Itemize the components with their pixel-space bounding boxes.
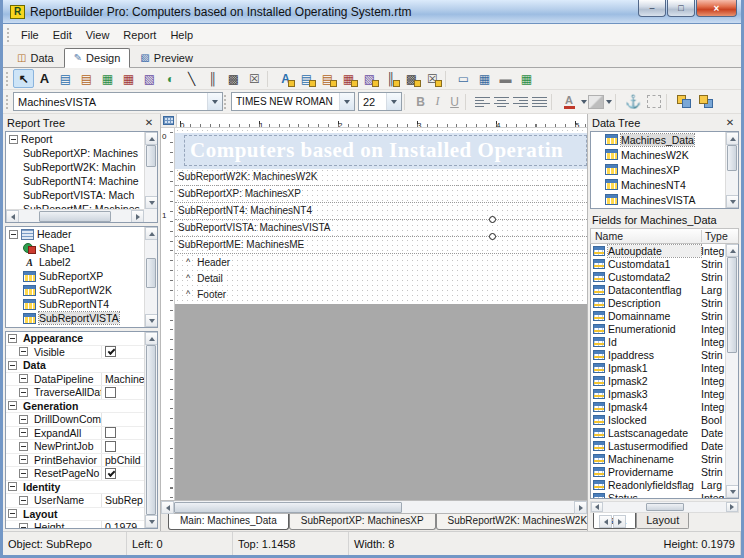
- font-size-combo[interactable]: 22: [358, 92, 402, 111]
- next-tab-button[interactable]: [613, 515, 626, 528]
- dbtext-tool-button[interactable]: A: [275, 69, 296, 88]
- bold-button[interactable]: B: [412, 93, 429, 111]
- scrollbar-thumb[interactable]: [146, 258, 156, 288]
- property-row[interactable]: Generation: [6, 400, 157, 414]
- band-divider[interactable]: ^ Footer: [175, 286, 587, 302]
- type-column-header[interactable]: Type: [701, 230, 738, 242]
- scroll-up-button[interactable]: [145, 227, 158, 240]
- report-tree-vertical-scrollbar[interactable]: [144, 132, 157, 209]
- collapse-icon[interactable]: [19, 347, 28, 356]
- bring-to-front-button[interactable]: [674, 93, 696, 111]
- canvas-horizontal-scrollbar[interactable]: [161, 500, 587, 513]
- scroll-right-button[interactable]: [726, 502, 738, 512]
- selection-handle[interactable]: [489, 233, 496, 240]
- report-object-node[interactable]: Header: [6, 227, 157, 241]
- name-column-header[interactable]: Name: [591, 230, 701, 242]
- collapse-icon[interactable]: [19, 496, 28, 505]
- align-left-button[interactable]: [473, 93, 492, 111]
- pipeline-node[interactable]: MachinesXP: [591, 162, 738, 177]
- subreport-band[interactable]: SubReportME: MachinesME: [175, 237, 587, 254]
- report-object-node[interactable]: A Label2: [6, 255, 157, 269]
- field-row[interactable]: Providername Strin: [591, 465, 725, 478]
- pipeline-node[interactable]: MachinesNT4: [591, 177, 738, 192]
- subreport-tool-button[interactable]: ▦: [474, 69, 495, 88]
- pipeline-node[interactable]: MachinesVISTA: [591, 192, 738, 207]
- underline-button[interactable]: U: [446, 93, 463, 111]
- field-row[interactable]: Ipaddress Strin: [591, 348, 725, 361]
- collapse-icon[interactable]: [19, 455, 28, 464]
- shape-tool-button[interactable]: ◐: [160, 69, 181, 88]
- menu-item[interactable]: Edit: [46, 26, 79, 44]
- report-tree-node[interactable]: Report: [6, 132, 157, 146]
- scrollbar-thumb[interactable]: [39, 211, 111, 222]
- scroll-down-button[interactable]: [145, 196, 158, 209]
- scroll-up-button[interactable]: [726, 244, 739, 257]
- align-right-button[interactable]: [511, 93, 530, 111]
- property-row[interactable]: Appearance: [6, 332, 157, 346]
- dropdown-arrow-icon[interactable]: [386, 93, 401, 110]
- datapipeline-combo[interactable]: MachinesVISTA: [13, 92, 223, 111]
- label-tool-button[interactable]: A: [34, 69, 55, 88]
- barcode2d-tool-button[interactable]: ▩: [223, 69, 244, 88]
- minimize-button[interactable]: ‒: [638, 0, 666, 17]
- select-tool-button[interactable]: ↖: [13, 69, 34, 88]
- collapse-icon[interactable]: [19, 415, 28, 424]
- property-row[interactable]: DrillDownCompone: [6, 413, 157, 427]
- field-row[interactable]: Status Integ: [591, 491, 725, 499]
- previous-tab-button[interactable]: [599, 515, 612, 528]
- collapse-icon[interactable]: [8, 482, 17, 491]
- selection-handle[interactable]: [489, 216, 496, 223]
- align-center-button[interactable]: [492, 93, 511, 111]
- property-vertical-scrollbar[interactable]: [144, 332, 157, 528]
- field-row[interactable]: Ipmask4 Integ: [591, 400, 725, 413]
- collapse-icon[interactable]: [9, 230, 18, 239]
- property-row[interactable]: TraverseAllData: [6, 386, 157, 400]
- field-row[interactable]: Ipmask3 Integ: [591, 387, 725, 400]
- maximize-button[interactable]: □: [667, 0, 695, 17]
- collapse-icon[interactable]: [8, 401, 17, 410]
- tab-data[interactable]: ◫ Data: [7, 48, 64, 68]
- scrollbar-thumb[interactable]: [727, 257, 737, 353]
- borders-button[interactable]: [643, 92, 664, 111]
- collapse-icon[interactable]: [9, 135, 18, 144]
- report-workspace[interactable]: Computers based on Installed Operatin Su…: [175, 128, 587, 304]
- property-row[interactable]: Height 0.1979: [6, 521, 157, 529]
- region-tool-button[interactable]: ▭: [453, 69, 474, 88]
- collapse-icon[interactable]: [19, 523, 28, 530]
- font-color-button[interactable]: A: [559, 93, 579, 111]
- tab-preview[interactable]: ▧ Preview: [130, 48, 203, 68]
- pipeline-node[interactable]: MachinesW2K: [591, 147, 738, 162]
- font-name-combo[interactable]: TIMES NEW ROMAN: [231, 92, 355, 111]
- dbrichtext-tool-button[interactable]: ▤: [317, 69, 338, 88]
- report-object-node[interactable]: SubReportNT4: [6, 297, 157, 311]
- collapse-icon[interactable]: [19, 374, 28, 383]
- fields-horizontal-scrollbar[interactable]: [590, 501, 739, 513]
- scrollbar-thumb[interactable]: [646, 503, 684, 511]
- font-color-dropdown[interactable]: [579, 93, 588, 111]
- field-row[interactable]: Ipmask1 Integ: [591, 361, 725, 374]
- scroll-up-button[interactable]: [726, 132, 739, 145]
- report-tree-horizontal-scrollbar[interactable]: [6, 209, 144, 222]
- data-tree-close-icon[interactable]: ✕: [724, 117, 736, 128]
- field-row[interactable]: Description Strin: [591, 296, 725, 309]
- close-button[interactable]: ×: [696, 0, 737, 17]
- pipeline-node[interactable]: Machines_Data: [591, 132, 738, 147]
- tab-design[interactable]: ✎ Design: [64, 48, 131, 68]
- menu-item[interactable]: File: [14, 26, 46, 44]
- field-row[interactable]: Domainname Strin: [591, 309, 725, 322]
- title-bar[interactable]: R ReportBuilder Pro: Computers based on …: [3, 0, 741, 24]
- report-object-node[interactable]: SubReportXP: [6, 269, 157, 283]
- db2dbarcode-tool-button[interactable]: ▩: [401, 69, 422, 88]
- fields-vertical-scrollbar[interactable]: [725, 244, 738, 498]
- property-row[interactable]: NewPrintJob: [6, 440, 157, 454]
- scrollbar-thumb[interactable]: [727, 145, 737, 171]
- report-title-label[interactable]: Computers based on Installed Operatin: [184, 135, 587, 166]
- scroll-left-button[interactable]: [591, 502, 603, 512]
- report-tree-node[interactable]: SubReportW2K: Machin: [6, 160, 157, 174]
- scroll-left-button[interactable]: [161, 501, 174, 514]
- memo-tool-button[interactable]: ▤: [55, 69, 76, 88]
- scrollbar-thumb[interactable]: [146, 345, 156, 515]
- align-justify-button[interactable]: [530, 93, 549, 111]
- field-row[interactable]: Readonlyfieldsflag Larg: [591, 478, 725, 491]
- objects-tree-vertical-scrollbar[interactable]: [144, 227, 157, 327]
